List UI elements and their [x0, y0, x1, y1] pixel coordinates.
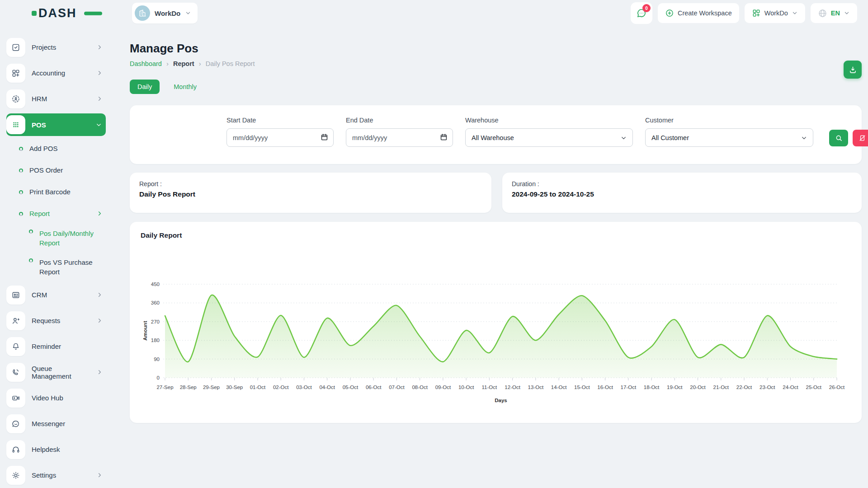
svg-text:19-Oct: 19-Oct: [667, 385, 683, 390]
svg-text:360: 360: [151, 300, 160, 305]
report-value: Daily Pos Report: [139, 190, 482, 198]
svg-text:29-Sep: 29-Sep: [203, 385, 220, 390]
bullet-icon: [19, 190, 23, 194]
chevron-right-icon: [96, 44, 103, 51]
customer-select[interactable]: All Customer: [645, 128, 813, 147]
svg-text:09-Oct: 09-Oct: [435, 385, 451, 390]
sidebar-item-messenger[interactable]: Messenger: [6, 411, 107, 436]
language-label: EN: [831, 9, 840, 17]
warehouse-select[interactable]: All Warehouse: [465, 128, 633, 147]
sidebar-item-pos-order[interactable]: POS Order: [6, 159, 107, 181]
breadcrumb-dashboard[interactable]: Dashboard: [130, 60, 162, 67]
svg-text:30-Sep: 30-Sep: [226, 385, 243, 390]
video-camera-icon: [6, 389, 25, 408]
svg-text:12-Oct: 12-Oct: [505, 385, 520, 390]
svg-text:450: 450: [151, 282, 160, 287]
workspace-name: WorkDo: [155, 9, 180, 17]
chevron-down-icon: [801, 135, 807, 141]
dots-grid-icon: [6, 115, 25, 134]
calendar-icon: [439, 133, 448, 143]
person-scan-icon: [6, 89, 25, 108]
language-selector[interactable]: EN: [811, 3, 857, 23]
sidebar-item-hrm[interactable]: HRM: [6, 86, 107, 112]
sidebar-item-projects[interactable]: Projects: [6, 34, 107, 60]
sidebar-item-helpdesk[interactable]: Helpdesk: [6, 436, 107, 462]
bullet-icon: [19, 212, 23, 216]
svg-text:23-Oct: 23-Oct: [760, 385, 775, 390]
grid-plus-icon: [752, 9, 761, 18]
search-icon: [835, 134, 843, 142]
sidebar-item-report[interactable]: Report: [6, 202, 107, 224]
bullet-icon: [19, 147, 23, 151]
logo-accent-bar: [84, 12, 102, 15]
workspace-switcher-button[interactable]: WorkDo: [745, 3, 805, 23]
end-date-input[interactable]: [346, 128, 453, 147]
tab-daily[interactable]: Daily: [130, 80, 160, 94]
bullet-icon: [19, 169, 23, 173]
bullet-icon: [29, 258, 33, 263]
sidebar-item-video-hub[interactable]: Video Hub: [6, 385, 107, 411]
chevron-down-icon: [620, 135, 627, 141]
tab-monthly[interactable]: Monthly: [166, 80, 204, 94]
chevron-down-icon: [792, 10, 798, 16]
sidebar-item-pos[interactable]: POS: [6, 113, 106, 136]
svg-text:18-Oct: 18-Oct: [644, 385, 660, 390]
report-summary-card: Report : Daily Pos Report: [130, 173, 491, 213]
download-report-button[interactable]: [844, 61, 862, 79]
sidebar-item-print-barcode[interactable]: Print Barcode: [6, 181, 107, 202]
svg-text:22-Oct: 22-Oct: [736, 385, 752, 390]
app-logo[interactable]: DASH: [32, 6, 90, 20]
report-label: Report :: [139, 180, 482, 188]
end-date-label: End Date: [346, 117, 453, 124]
sidebar-item-accounting[interactable]: Accounting: [6, 60, 107, 86]
sidebar-item-add-pos[interactable]: Add POS: [6, 137, 107, 159]
headset-icon: [6, 440, 25, 459]
svg-text:03-Oct: 03-Oct: [296, 385, 312, 390]
messages-button[interactable]: 0: [631, 2, 652, 24]
svg-text:90: 90: [154, 357, 160, 362]
breadcrumb-separator: ›: [166, 60, 169, 67]
sidebar-item-pos-vs-purchase-report[interactable]: Pos VS Purchase Report: [6, 253, 107, 282]
duration-label: Duration :: [512, 180, 852, 188]
breadcrumb-report[interactable]: Report: [173, 60, 194, 67]
chevron-right-icon: [96, 291, 103, 298]
svg-text:05-Oct: 05-Oct: [343, 385, 359, 390]
svg-text:07-Oct: 07-Oct: [389, 385, 405, 390]
warehouse-label: Warehouse: [465, 117, 633, 124]
search-button[interactable]: [829, 130, 848, 146]
workspace-switcher-label: WorkDo: [764, 9, 788, 17]
sidebar-item-queue-management[interactable]: Queue Management: [6, 359, 107, 385]
top-header: DASH WorkDo 0: [0, 0, 868, 26]
svg-text:Days: Days: [495, 398, 507, 403]
chevron-right-icon: [96, 369, 103, 375]
bell-icon: [6, 337, 25, 356]
chevron-right-icon: [96, 317, 103, 324]
svg-text:25-Oct: 25-Oct: [806, 385, 822, 390]
svg-text:14-Oct: 14-Oct: [551, 385, 567, 390]
start-date-input[interactable]: [226, 128, 334, 147]
create-workspace-button[interactable]: Create Workspace: [658, 3, 739, 23]
sidebar-item-requests[interactable]: Requests: [6, 308, 107, 333]
chevron-right-icon: [96, 70, 103, 76]
grid-plus-icon: [6, 64, 25, 83]
svg-text:27-Sep: 27-Sep: [156, 385, 173, 390]
main-content: Manage Pos Dashboard › Report › Daily Po…: [130, 26, 862, 423]
chat-bubble-icon: [6, 414, 25, 433]
svg-text:26-Oct: 26-Oct: [829, 385, 845, 390]
sidebar-item-reminder[interactable]: Reminder: [6, 333, 107, 359]
reset-filter-button[interactable]: [853, 130, 868, 146]
workspace-selector[interactable]: WorkDo: [132, 3, 198, 23]
create-workspace-label: Create Workspace: [678, 9, 732, 17]
svg-text:01-Oct: 01-Oct: [250, 385, 266, 390]
svg-text:270: 270: [151, 319, 160, 324]
chevron-right-icon: [96, 210, 103, 217]
sidebar-item-pos-daily-monthly-report[interactable]: Pos Daily/Monthly Report: [6, 224, 107, 253]
svg-text:08-Oct: 08-Oct: [412, 385, 428, 390]
svg-text:28-Sep: 28-Sep: [180, 385, 197, 390]
sidebar-item-crm[interactable]: CRM: [6, 282, 107, 308]
phone-call-icon: [6, 363, 25, 382]
user-plus-icon: [6, 311, 25, 330]
duration-value: 2024-09-25 to 2024-10-25: [512, 190, 852, 198]
bullet-icon: [29, 230, 33, 234]
sidebar-item-settings[interactable]: Settings: [6, 462, 107, 488]
